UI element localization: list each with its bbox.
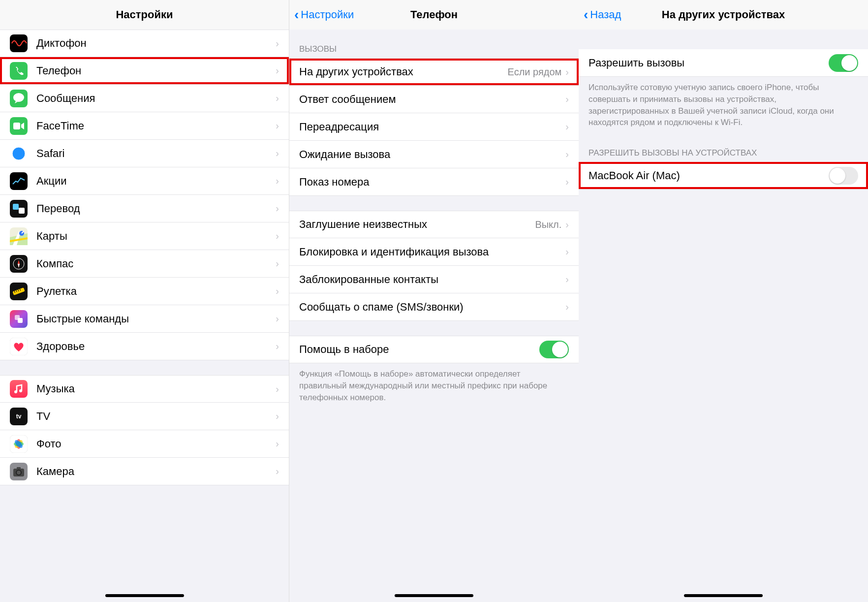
device-row-macbook[interactable]: MacBook Air (Mac) xyxy=(579,162,868,190)
chevron-right-icon: › xyxy=(565,176,569,188)
settings-row[interactable]: Компас› xyxy=(0,250,289,278)
settings-row[interactable]: Быстрые команды› xyxy=(0,305,289,333)
header: Настройки xyxy=(0,0,289,30)
svg-rect-41 xyxy=(17,467,21,469)
allow-calls-row[interactable]: Разрешить вызовы xyxy=(579,49,868,77)
chevron-right-icon: › xyxy=(276,341,279,352)
row-label: Заглушение неизвестных xyxy=(299,218,535,231)
settings-row[interactable]: Диктофон› xyxy=(0,30,289,57)
row-label: На других устройствах xyxy=(299,65,508,78)
voice-memos-icon xyxy=(10,34,28,52)
settings-row[interactable]: На других устройствахЕсли рядом› xyxy=(289,58,579,86)
settings-row[interactable]: Помощь в наборе xyxy=(289,336,579,363)
back-button[interactable]: ‹ Настройки xyxy=(294,7,354,23)
header: ‹ Настройки Телефон xyxy=(289,0,579,30)
spacer xyxy=(289,321,579,336)
safari-icon xyxy=(10,145,28,162)
chevron-right-icon: › xyxy=(565,149,569,160)
chevron-right-icon: › xyxy=(276,258,279,269)
stocks-icon xyxy=(10,172,28,190)
chevron-right-icon: › xyxy=(276,38,279,49)
svg-rect-27 xyxy=(10,380,28,398)
settings-row[interactable]: Сообщать о спаме (SMS/звонки)› xyxy=(289,293,579,321)
svg-text:tv: tv xyxy=(16,413,22,420)
chevron-right-icon: › xyxy=(276,93,279,104)
row-label: Помощь в наборе xyxy=(299,343,539,356)
other-devices-screen: ‹ Назад На других устройствах Разрешить … xyxy=(579,0,868,602)
svg-rect-0 xyxy=(10,34,28,52)
back-button[interactable]: ‹ Назад xyxy=(584,7,621,23)
back-label: Назад xyxy=(590,8,621,21)
row-label: Показ номера xyxy=(299,176,565,189)
settings-row[interactable]: Здоровье› xyxy=(0,333,289,360)
phone-settings-list: ВЫЗОВЫ На других устройствахЕсли рядом›О… xyxy=(289,30,579,602)
settings-row[interactable]: Ожидание вызова› xyxy=(289,141,579,168)
settings-row[interactable]: FaceTime› xyxy=(0,112,289,140)
svg-rect-1 xyxy=(10,62,28,80)
settings-row[interactable]: Ответ сообщением› xyxy=(289,86,579,113)
allow-calls-toggle[interactable] xyxy=(829,54,858,72)
chevron-right-icon: › xyxy=(565,219,569,230)
row-label: Сообщать о спаме (SMS/звонки) xyxy=(299,301,565,314)
settings-row[interactable]: Карты› xyxy=(0,222,289,250)
row-label: Акции xyxy=(36,175,276,188)
settings-row[interactable]: Телефон› xyxy=(0,57,289,85)
tv-icon: tv xyxy=(10,408,28,425)
spacer xyxy=(289,196,579,211)
other-devices-list: Разрешить вызовы Используйте сотовую уче… xyxy=(579,30,868,602)
chevron-right-icon: › xyxy=(276,285,279,297)
chevron-right-icon: › xyxy=(276,383,279,395)
settings-row[interactable]: Блокировка и идентификация вызова› xyxy=(289,238,579,266)
row-label: Safari xyxy=(36,147,276,160)
row-label: Перевод xyxy=(36,202,276,215)
svg-point-3 xyxy=(13,93,24,102)
row-label: TV xyxy=(36,410,276,423)
settings-screen: Настройки Диктофон›Телефон›Сообщения›Fac… xyxy=(0,0,289,602)
settings-row[interactable]: Акции› xyxy=(0,167,289,195)
settings-row[interactable]: Показ номера› xyxy=(289,168,579,196)
chevron-right-icon: › xyxy=(276,175,279,187)
row-label: Карты xyxy=(36,230,276,243)
chevron-right-icon: › xyxy=(276,148,279,159)
row-label: Здоровье xyxy=(36,340,276,353)
settings-row[interactable]: Заглушение неизвестныхВыкл.› xyxy=(289,211,579,238)
row-label: Сообщения xyxy=(36,92,276,105)
chevron-right-icon: › xyxy=(276,203,279,214)
page-title: Телефон xyxy=(410,8,458,21)
home-indicator[interactable] xyxy=(684,594,763,597)
allow-calls-label: Разрешить вызовы xyxy=(589,57,829,69)
chevron-right-icon: › xyxy=(276,230,279,242)
row-label: Компас xyxy=(36,257,276,270)
row-label: Диктофон xyxy=(36,37,276,50)
settings-row[interactable]: Камера› xyxy=(0,458,289,485)
svg-point-28 xyxy=(14,390,17,393)
row-label: Быстрые команды xyxy=(36,313,276,325)
row-label: FaceTime xyxy=(36,120,276,132)
settings-row[interactable]: tvTV› xyxy=(0,403,289,430)
device-toggle[interactable] xyxy=(829,167,858,185)
page-title: На других устройствах xyxy=(662,8,785,21)
chevron-right-icon: › xyxy=(276,466,279,477)
chevron-right-icon: › xyxy=(276,65,279,76)
settings-row[interactable]: Переадресация› xyxy=(289,113,579,141)
settings-row[interactable]: Сообщения› xyxy=(0,85,289,112)
svg-rect-25 xyxy=(18,318,23,323)
phone-icon xyxy=(10,62,28,80)
row-label: Блокировка и идентификация вызова xyxy=(299,246,565,258)
allow-calls-footer: Используйте сотовую учетную запись своег… xyxy=(579,77,868,133)
row-value: Если рядом xyxy=(508,66,562,78)
settings-row[interactable]: Музыка› xyxy=(0,375,289,403)
settings-row[interactable]: Safari› xyxy=(0,140,289,167)
settings-row[interactable]: Перевод› xyxy=(0,195,289,222)
row-label: Рулетка xyxy=(36,285,276,298)
home-indicator[interactable] xyxy=(105,594,184,597)
settings-row[interactable]: Заблокированные контакты› xyxy=(289,266,579,293)
photos-icon xyxy=(10,435,28,453)
camera-icon xyxy=(10,463,28,480)
settings-row[interactable]: Фото› xyxy=(0,430,289,458)
row-toggle[interactable] xyxy=(539,341,569,358)
settings-row[interactable]: Рулетка› xyxy=(0,278,289,305)
measure-icon xyxy=(10,283,28,300)
section-header-devices: РАЗРЕШИТЬ ВЫЗОВЫ НА УСТРОЙСТВАХ xyxy=(579,133,868,162)
home-indicator[interactable] xyxy=(395,594,473,597)
